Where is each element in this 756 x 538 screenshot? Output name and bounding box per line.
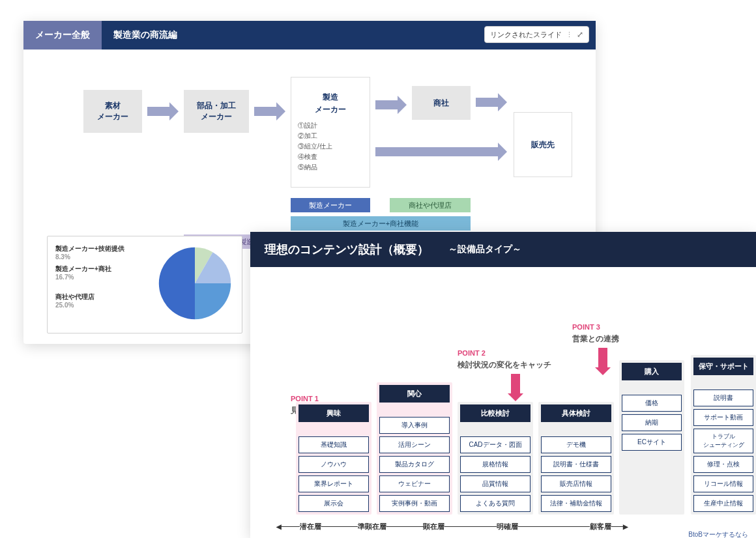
pie-slice xyxy=(159,248,195,319)
col-attention: 関心 導入事例 活用シーン 製品カタログ ウェビナー 実例事例・動画 xyxy=(377,382,452,515)
slide-content-design: 理想のコンテンツ設計（概要） ～設備品タイプ～ POINT 1 見込み顧客の獲得… xyxy=(250,232,756,538)
bar-agency: 商社や代理店 xyxy=(390,198,471,212)
col-item: 業界レポート xyxy=(298,475,369,492)
col-item: 品質情報 xyxy=(460,475,531,492)
slide2-subtitle: ～設備品タイプ～ xyxy=(448,244,521,255)
col-interest: 興味 基礎知識 ノウハウ 業界レポート 展示会 xyxy=(296,402,371,515)
col-item: 説明書・仕様書 xyxy=(541,456,611,473)
bar-mfg-maker: 製造メーカー xyxy=(291,198,370,212)
pie-chart xyxy=(156,244,234,322)
col-item: 導入事例 xyxy=(379,417,450,434)
col-item: ECサイト xyxy=(622,434,682,451)
col-head: 比較検討 xyxy=(460,404,531,422)
col-head: 購入 xyxy=(622,363,682,380)
footer-hint: BtoBマーケするなら xyxy=(688,530,748,538)
col-item: 規格情報 xyxy=(460,456,531,473)
col-item: CADデータ・図面 xyxy=(460,436,531,453)
tab-commercial-flow: 製造業の商流編 xyxy=(102,21,189,50)
col-head: 保守・サポート xyxy=(693,358,753,375)
legend-pct-1: 16.7% xyxy=(55,274,149,281)
arrow-icon xyxy=(254,107,276,116)
point3-text: 営業との連携 xyxy=(572,333,619,345)
col-item: よくある質問 xyxy=(460,495,531,512)
slide2-header: 理想のコンテンツ設計（概要） ～設備品タイプ～ xyxy=(250,232,756,267)
flow-box-material-maker: 素材 メーカー xyxy=(83,90,142,133)
unlink-icon: ⤢ xyxy=(577,30,583,39)
col-purchase: 購入 価格 納期 ECサイト xyxy=(619,360,684,515)
col-item: 活用シーン xyxy=(379,436,450,453)
flow-box-sales-dest: 販売先 xyxy=(514,112,572,177)
col-item: 法律・補助金情報 xyxy=(541,495,611,512)
pie-legend: 製造メーカー+技術提供 8.3% 製造メーカー+商社 16.7% 商社や代理店 … xyxy=(55,244,149,325)
legend-row: 製造メーカー+技術提供 8.3% xyxy=(55,244,149,261)
col-item: 説明書 xyxy=(693,389,753,406)
point-arrow-icon xyxy=(511,374,520,395)
col-item: トラブル シューティング xyxy=(693,429,753,453)
col-item: 価格 xyxy=(622,395,682,412)
col-item: 展示会 xyxy=(298,495,369,512)
col-item: 基礎知識 xyxy=(298,436,369,453)
legend-pct-2: 25.0% xyxy=(55,302,149,309)
funnel-axis: 潜在層 準顕在層 顕在層 明確層 顧客層 xyxy=(276,520,756,533)
pie-slice xyxy=(195,283,231,319)
supply-chain-flow: 素材 メーカー 部品・加工 メーカー 製造 メーカー ①設計 ②加工 ③組立/仕… xyxy=(23,50,596,212)
col-detailed: 具体検討 デモ機 説明書・仕様書 販売店情報 法律・補助金情報 xyxy=(538,402,614,515)
col-item: ノウハウ xyxy=(298,456,369,473)
bar-mfg-trading: 製造メーカー+商社機能 xyxy=(291,216,471,231)
col-head: 関心 xyxy=(379,385,450,403)
col-item: ウェビナー xyxy=(379,475,450,492)
legend-row: 商社や代理店 25.0% xyxy=(55,292,149,309)
legend-row: 製造メーカー+商社 16.7% xyxy=(55,264,149,281)
col-head: 興味 xyxy=(298,404,369,422)
legend-pct-0: 8.3% xyxy=(55,253,149,261)
arrow-icon xyxy=(476,98,498,107)
arrow-icon xyxy=(147,107,169,116)
col-item: 製品カタログ xyxy=(379,456,450,473)
col-item: 納期 xyxy=(622,414,682,431)
tab-maker-general: メーカー全般 xyxy=(23,21,102,50)
point-arrow-icon xyxy=(598,348,607,369)
point3-tag: POINT 3 xyxy=(572,323,600,331)
col-item: デモ機 xyxy=(541,436,611,453)
col-item: 生産中止情報 xyxy=(693,495,753,512)
flow-box-trading-co: 商社 xyxy=(412,86,471,120)
linked-slide-label: リンクされたスライド xyxy=(490,30,562,40)
slide2-title: 理想のコンテンツ設計（概要） xyxy=(265,242,429,257)
flow-box-parts-maker: 部品・加工 メーカー xyxy=(184,90,249,133)
col-item: 実例事例・動画 xyxy=(379,495,450,512)
point2-tag: POINT 2 xyxy=(458,349,486,357)
col-item: 販売店情報 xyxy=(541,475,611,492)
pie-chart-card: 製造メーカー+技術提供 8.3% 製造メーカー+商社 16.7% 商社や代理店 … xyxy=(47,236,242,333)
col-compare: 比較検討 CADデータ・図面 規格情報 品質情報 よくある質問 xyxy=(458,402,533,515)
flow-box-mfg-maker: 製造 メーカー ①設計 ②加工 ③組立/仕上 ④検査 ⑤納品 xyxy=(291,77,370,188)
point2-text: 検討状況の変化をキャッチ xyxy=(458,360,551,371)
col-head: 具体検討 xyxy=(541,404,611,422)
col-item: 修理・点検 xyxy=(693,456,753,473)
more-icon: ⋮ xyxy=(566,31,573,39)
arrow-long-icon xyxy=(375,147,498,156)
col-item: リコール情報 xyxy=(693,475,753,492)
content-funnel: POINT 1 見込み顧客の獲得強化 POINT 2 検討状況の変化をキャッチ … xyxy=(250,267,756,538)
col-item: サポート動画 xyxy=(693,409,753,426)
slide1-header: メーカー全般 製造業の商流編 リンクされたスライド ⋮ ⤢ xyxy=(23,21,596,50)
col-support: 保守・サポート 説明書 サポート動画 トラブル シューティング 修理・点検 リコ… xyxy=(691,355,756,515)
linked-slide-button[interactable]: リンクされたスライド ⋮ ⤢ xyxy=(484,26,589,43)
arrow-icon xyxy=(375,100,398,109)
